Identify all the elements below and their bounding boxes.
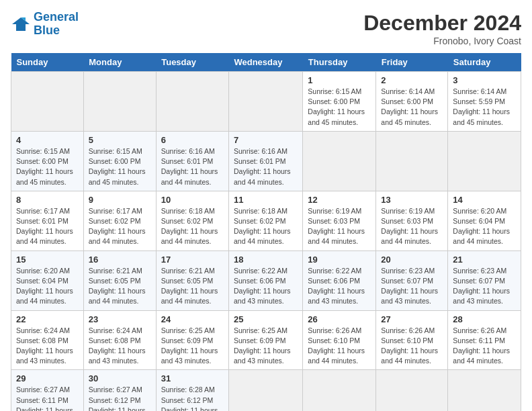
svg-marker-0 [12,17,30,31]
logo-text: General Blue [34,11,79,38]
day-info: Sunrise: 6:19 AMSunset: 6:03 PMDaylight:… [381,206,443,247]
day-number: 16 [89,255,151,265]
day-info: Sunrise: 6:19 AMSunset: 6:03 PMDaylight:… [308,206,371,247]
day-info: Sunrise: 6:20 AMSunset: 6:04 PMDaylight:… [453,206,516,247]
day-number: 21 [453,255,516,265]
calendar-cell [376,370,448,411]
location: Fronobo, Ivory Coast [363,36,521,46]
calendar-cell: 3Sunrise: 6:14 AMSunset: 5:59 PMDaylight… [448,72,521,132]
calendar-cell [83,72,156,132]
day-info: Sunrise: 6:14 AMSunset: 5:59 PMDaylight:… [453,87,516,128]
day-info: Sunrise: 6:26 AMSunset: 6:10 PMDaylight:… [308,326,371,367]
day-of-week-header: Saturday [448,53,521,72]
day-info: Sunrise: 6:15 AMSunset: 6:00 PMDaylight:… [89,146,151,187]
calendar-cell: 11Sunrise: 6:18 AMSunset: 6:02 PMDayligh… [228,191,302,250]
day-of-week-header: Tuesday [156,53,228,72]
day-number: 14 [453,195,516,205]
calendar-table: SundayMondayTuesdayWednesdayThursdayFrid… [11,53,521,411]
day-number: 28 [453,314,516,324]
calendar-cell: 23Sunrise: 6:24 AMSunset: 6:08 PMDayligh… [83,310,156,370]
calendar-cell: 25Sunrise: 6:25 AMSunset: 6:09 PMDayligh… [228,310,302,370]
day-info: Sunrise: 6:15 AMSunset: 6:00 PMDaylight:… [16,146,79,187]
logo-icon [11,15,31,34]
day-info: Sunrise: 6:23 AMSunset: 6:07 PMDaylight:… [381,266,443,307]
day-info: Sunrise: 6:17 AMSunset: 6:02 PMDaylight:… [89,206,151,247]
calendar-week-row: 8Sunrise: 6:17 AMSunset: 6:01 PMDaylight… [11,191,521,250]
day-info: Sunrise: 6:16 AMSunset: 6:01 PMDaylight:… [161,146,224,187]
day-info: Sunrise: 6:20 AMSunset: 6:04 PMDaylight:… [16,266,79,307]
day-of-week-header: Friday [376,53,448,72]
calendar-week-row: 22Sunrise: 6:24 AMSunset: 6:08 PMDayligh… [11,310,521,370]
calendar-header-row: SundayMondayTuesdayWednesdayThursdayFrid… [11,53,521,72]
calendar-cell [156,72,228,132]
day-number: 19 [308,255,371,265]
calendar-cell: 26Sunrise: 6:26 AMSunset: 6:10 PMDayligh… [303,310,376,370]
calendar-cell: 4Sunrise: 6:15 AMSunset: 6:00 PMDaylight… [11,131,84,191]
calendar-week-row: 29Sunrise: 6:27 AMSunset: 6:11 PMDayligh… [11,370,521,411]
day-number: 8 [16,195,79,205]
calendar-cell: 22Sunrise: 6:24 AMSunset: 6:08 PMDayligh… [11,310,84,370]
day-number: 20 [381,255,443,265]
day-number: 27 [381,314,443,324]
calendar-cell [228,370,302,411]
day-of-week-header: Thursday [303,53,376,72]
day-info: Sunrise: 6:21 AMSunset: 6:05 PMDaylight:… [89,266,151,307]
calendar-cell: 12Sunrise: 6:19 AMSunset: 6:03 PMDayligh… [303,191,376,250]
day-of-week-header: Monday [83,53,156,72]
day-number: 18 [234,255,298,265]
calendar-cell: 31Sunrise: 6:28 AMSunset: 6:12 PMDayligh… [156,370,228,411]
calendar-cell: 27Sunrise: 6:26 AMSunset: 6:10 PMDayligh… [376,310,448,370]
day-number: 15 [16,255,79,265]
calendar-cell: 2Sunrise: 6:14 AMSunset: 6:00 PMDaylight… [376,72,448,132]
calendar-week-row: 4Sunrise: 6:15 AMSunset: 6:00 PMDaylight… [11,131,521,191]
calendar-cell [448,131,521,191]
logo: General Blue [11,11,79,38]
day-number: 1 [308,75,371,85]
day-number: 5 [89,135,151,145]
day-number: 11 [234,195,298,205]
calendar-cell [303,370,376,411]
title-block: December 2024 Fronobo, Ivory Coast [363,11,521,46]
day-number: 30 [89,373,151,383]
day-number: 10 [161,195,224,205]
calendar-cell: 30Sunrise: 6:27 AMSunset: 6:12 PMDayligh… [83,370,156,411]
day-number: 13 [381,195,443,205]
day-number: 22 [16,314,79,324]
calendar-cell: 8Sunrise: 6:17 AMSunset: 6:01 PMDaylight… [11,191,84,250]
calendar-cell: 7Sunrise: 6:16 AMSunset: 6:01 PMDaylight… [228,131,302,191]
page-header: General Blue December 2024 Fronobo, Ivor… [11,11,521,46]
month-title: December 2024 [363,11,521,36]
day-info: Sunrise: 6:18 AMSunset: 6:02 PMDaylight:… [161,206,224,247]
calendar-cell: 18Sunrise: 6:22 AMSunset: 6:06 PMDayligh… [228,250,302,310]
calendar-cell: 16Sunrise: 6:21 AMSunset: 6:05 PMDayligh… [83,250,156,310]
calendar-week-row: 15Sunrise: 6:20 AMSunset: 6:04 PMDayligh… [11,250,521,310]
day-info: Sunrise: 6:27 AMSunset: 6:12 PMDaylight:… [89,385,151,411]
calendar-cell: 24Sunrise: 6:25 AMSunset: 6:09 PMDayligh… [156,310,228,370]
calendar-cell [448,370,521,411]
day-info: Sunrise: 6:22 AMSunset: 6:06 PMDaylight:… [308,266,371,307]
calendar-cell: 15Sunrise: 6:20 AMSunset: 6:04 PMDayligh… [11,250,84,310]
day-info: Sunrise: 6:24 AMSunset: 6:08 PMDaylight:… [16,326,79,367]
calendar-week-row: 1Sunrise: 6:15 AMSunset: 6:00 PMDaylight… [11,72,521,132]
day-of-week-header: Wednesday [228,53,302,72]
day-info: Sunrise: 6:15 AMSunset: 6:00 PMDaylight:… [308,87,371,128]
calendar-cell: 10Sunrise: 6:18 AMSunset: 6:02 PMDayligh… [156,191,228,250]
day-info: Sunrise: 6:26 AMSunset: 6:10 PMDaylight:… [381,326,443,367]
day-number: 2 [381,75,443,85]
calendar-cell: 1Sunrise: 6:15 AMSunset: 6:00 PMDaylight… [303,72,376,132]
day-number: 17 [161,255,224,265]
day-number: 29 [16,373,79,383]
day-number: 3 [453,75,516,85]
day-info: Sunrise: 6:28 AMSunset: 6:12 PMDaylight:… [161,385,224,411]
day-number: 4 [16,135,79,145]
day-number: 6 [161,135,224,145]
day-info: Sunrise: 6:14 AMSunset: 6:00 PMDaylight:… [381,87,443,128]
calendar-cell [303,131,376,191]
calendar-cell: 19Sunrise: 6:22 AMSunset: 6:06 PMDayligh… [303,250,376,310]
day-of-week-header: Sunday [11,53,84,72]
calendar-cell: 13Sunrise: 6:19 AMSunset: 6:03 PMDayligh… [376,191,448,250]
day-info: Sunrise: 6:17 AMSunset: 6:01 PMDaylight:… [16,206,79,247]
day-info: Sunrise: 6:24 AMSunset: 6:08 PMDaylight:… [89,326,151,367]
day-number: 9 [89,195,151,205]
day-info: Sunrise: 6:23 AMSunset: 6:07 PMDaylight:… [453,266,516,307]
